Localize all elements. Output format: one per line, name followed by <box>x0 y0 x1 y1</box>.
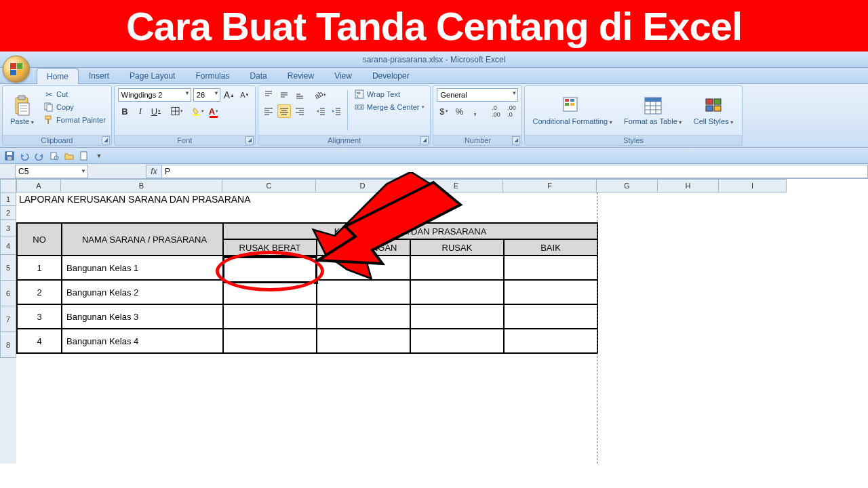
col-header-A[interactable]: A <box>16 179 61 192</box>
conditional-formatting-button[interactable]: Conditional Formatting▼ <box>528 88 617 133</box>
qat-print-preview-button[interactable] <box>49 150 60 161</box>
cell-nama[interactable]: Bangunan Kelas 1 <box>62 256 223 280</box>
cell-cond[interactable] <box>504 256 597 280</box>
cell-cond[interactable] <box>317 280 410 304</box>
qat-open-button[interactable] <box>64 150 75 161</box>
cell-cond[interactable] <box>317 329 410 353</box>
qat-save-button[interactable] <box>4 150 15 161</box>
col-header-C[interactable]: C <box>222 179 316 192</box>
cell-cond[interactable]: ✓ <box>223 256 317 280</box>
decrease-indent-button[interactable] <box>314 104 328 118</box>
font-color-button[interactable]: A▾ <box>207 104 220 118</box>
paste-button[interactable]: Paste▼ <box>6 88 39 133</box>
increase-indent-button[interactable] <box>330 104 343 118</box>
copy-button[interactable]: Copy <box>41 101 108 113</box>
align-right-button[interactable] <box>293 104 307 118</box>
tab-formulas[interactable]: Formulas <box>185 68 239 83</box>
accounting-format-button[interactable]: $▾ <box>437 104 450 118</box>
cell-cond[interactable] <box>223 280 317 304</box>
row-header-6[interactable]: 6 <box>0 281 16 306</box>
row-header-5[interactable]: 5 <box>0 255 16 281</box>
cell-cond[interactable] <box>504 280 597 304</box>
cell-no[interactable]: 3 <box>17 304 62 329</box>
row-header-7[interactable]: 7 <box>0 306 16 332</box>
font-dialog-launcher[interactable]: ◢ <box>245 136 254 144</box>
underline-button[interactable]: U▾ <box>149 104 163 118</box>
tab-home[interactable]: Home <box>37 68 79 84</box>
col-header-H[interactable]: H <box>658 179 719 192</box>
tab-data[interactable]: Data <box>239 68 277 83</box>
align-center-button[interactable] <box>277 104 291 118</box>
office-button[interactable] <box>3 56 30 83</box>
col-header-F[interactable]: F <box>503 179 597 192</box>
fx-button[interactable]: fx <box>146 165 162 178</box>
cell-cond[interactable] <box>223 329 317 353</box>
align-middle-button[interactable] <box>277 88 291 102</box>
row-header-8[interactable]: 8 <box>0 332 16 358</box>
italic-button[interactable]: I <box>134 104 147 118</box>
cell-cond[interactable] <box>223 304 317 329</box>
select-all-corner[interactable] <box>0 179 16 192</box>
cell-no[interactable]: 2 <box>17 280 62 304</box>
formula-bar[interactable]: P <box>162 165 868 178</box>
number-format-combo[interactable]: General▼ <box>437 88 518 102</box>
col-header-E[interactable]: E <box>410 179 503 192</box>
format-painter-button[interactable]: Format Painter <box>41 114 108 126</box>
border-button[interactable]: ▾ <box>170 104 184 118</box>
qat-customize-button[interactable]: ▼ <box>94 150 104 161</box>
font-name-combo[interactable]: Wingdings 2▼ <box>118 88 191 102</box>
row-header-3[interactable]: 3 <box>0 220 16 237</box>
number-dialog-launcher[interactable]: ◢ <box>512 136 520 144</box>
bold-button[interactable]: B <box>118 104 132 118</box>
align-bottom-button[interactable] <box>293 88 307 102</box>
cell-cond[interactable] <box>410 280 504 304</box>
align-left-button[interactable] <box>262 104 275 118</box>
cell-cond[interactable] <box>410 329 504 353</box>
merge-center-button[interactable]: Merge & Center▾ <box>352 101 427 113</box>
increase-decimal-button[interactable]: .0.00 <box>489 104 502 118</box>
cells-area[interactable]: LAPORAN KERUSAKAN SARANA DAN PRASARANA N… <box>16 192 868 464</box>
tab-insert[interactable]: Insert <box>79 68 119 83</box>
grow-font-button[interactable]: A▲ <box>222 88 236 102</box>
cell-nama[interactable]: Bangunan Kelas 4 <box>62 329 223 353</box>
cell-no[interactable]: 1 <box>17 256 62 280</box>
shrink-font-button[interactable]: A▼ <box>238 88 252 102</box>
tab-developer[interactable]: Developer <box>362 68 420 83</box>
alignment-dialog-launcher[interactable]: ◢ <box>420 136 429 144</box>
fill-color-button[interactable]: ▾ <box>191 104 205 118</box>
cut-button[interactable]: ✂Cut <box>41 88 108 100</box>
cell-cond[interactable] <box>504 329 597 353</box>
cell-nama[interactable]: Bangunan Kelas 2 <box>62 280 223 304</box>
orientation-button[interactable]: ab▾ <box>314 88 328 102</box>
row-header-4[interactable]: 4 <box>0 237 16 255</box>
decrease-decimal-button[interactable]: .00.0 <box>505 104 518 118</box>
col-header-B[interactable]: B <box>61 179 222 192</box>
col-header-D[interactable]: D <box>316 179 410 192</box>
row-header-2[interactable]: 2 <box>0 206 16 220</box>
cell-nama[interactable]: Bangunan Kelas 3 <box>62 304 223 329</box>
cell-cond[interactable] <box>317 304 410 329</box>
qat-redo-button[interactable] <box>34 150 45 161</box>
clipboard-dialog-launcher[interactable]: ◢ <box>102 136 110 144</box>
col-header-G[interactable]: G <box>597 179 658 192</box>
comma-button[interactable]: , <box>468 104 481 118</box>
tab-view[interactable]: View <box>324 68 362 83</box>
cell-cond[interactable] <box>504 304 597 329</box>
cell-cond[interactable] <box>410 256 504 280</box>
format-as-table-button[interactable]: Format as Table▼ <box>620 88 687 133</box>
col-header-I[interactable]: I <box>719 179 787 192</box>
row-header-1[interactable]: 1 <box>0 192 16 206</box>
tab-review[interactable]: Review <box>277 68 324 83</box>
cell-cond[interactable] <box>410 304 504 329</box>
wrap-text-button[interactable]: abcWrap Text <box>352 88 427 100</box>
tab-page-layout[interactable]: Page Layout <box>119 68 185 83</box>
cell-no[interactable]: 4 <box>17 329 62 353</box>
qat-new-button[interactable] <box>79 150 90 161</box>
font-size-combo[interactable]: 26▼ <box>193 88 220 102</box>
qat-undo-button[interactable] <box>19 150 30 161</box>
percent-button[interactable]: % <box>452 104 466 118</box>
name-box[interactable]: C5▼ <box>15 165 88 178</box>
cell-cond[interactable] <box>317 256 410 280</box>
align-top-button[interactable] <box>262 88 275 102</box>
cell-styles-button[interactable]: Cell Styles▼ <box>690 88 738 133</box>
